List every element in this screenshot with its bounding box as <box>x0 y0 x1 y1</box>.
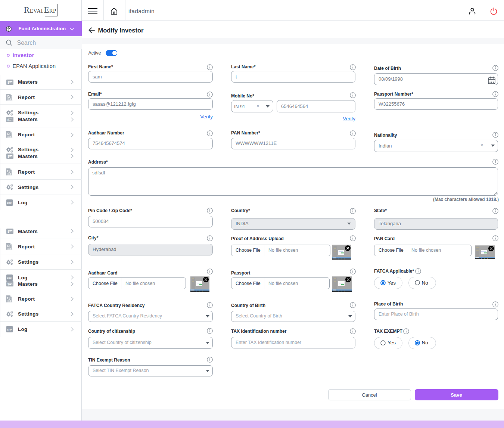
svg-text:$: $ <box>7 155 9 158</box>
svg-text:$: $ <box>7 230 9 233</box>
svg-text:ERP: ERP <box>7 329 12 331</box>
svg-text:ERP: ERP <box>7 277 12 279</box>
svg-text:$: $ <box>7 80 9 84</box>
svg-text:$: $ <box>7 282 9 286</box>
svg-text:$: $ <box>7 118 9 121</box>
svg-text:ERP: ERP <box>7 202 12 204</box>
